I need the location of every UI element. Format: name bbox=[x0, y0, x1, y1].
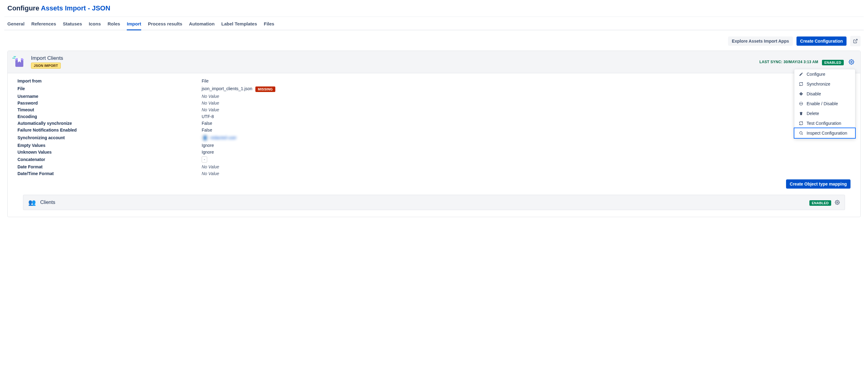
label-file: File bbox=[18, 86, 202, 91]
row-password: Password No Value bbox=[18, 100, 850, 106]
label-auto-sync: Automatically synchronize bbox=[18, 121, 202, 126]
menu-label: Disable bbox=[807, 92, 821, 96]
value-file: json_import_clients_1.json MISSING bbox=[202, 85, 275, 92]
panel-title-block: Import Clients JSON IMPORT bbox=[31, 55, 63, 69]
label-timeout: Timeout bbox=[18, 107, 202, 112]
menu-label: Test Configuration bbox=[807, 121, 841, 126]
import-type-badge: JSON IMPORT bbox=[31, 63, 61, 69]
page-title: Configure Assets Import - JSON bbox=[7, 4, 861, 12]
svg-point-6 bbox=[851, 61, 852, 63]
panel-gear-button[interactable] bbox=[847, 58, 856, 66]
menu-item-test-configuration[interactable]: Test Configuration bbox=[794, 118, 855, 128]
value-import-from: File bbox=[202, 78, 209, 83]
row-sync-account: Synchronizing account 👤 redacted user bbox=[18, 133, 850, 142]
menu-item-disable[interactable]: Disable bbox=[794, 89, 855, 99]
more-horizontal-icon bbox=[799, 101, 804, 106]
actions-row: Explore Assets Import Apps Create Config… bbox=[4, 30, 864, 50]
label-datetime-format: Date/Time Format bbox=[18, 171, 202, 176]
tab-automation[interactable]: Automation bbox=[189, 17, 215, 30]
menu-item-synchronize[interactable]: Synchronize bbox=[794, 79, 855, 89]
menu-label: Delete bbox=[807, 111, 819, 116]
trash-icon bbox=[799, 111, 804, 116]
value-empty-values: Ignore bbox=[202, 143, 214, 148]
menu-item-delete[interactable]: Delete bbox=[794, 109, 855, 118]
concatenator-box: - bbox=[202, 156, 207, 163]
tab-process-results[interactable]: Process results bbox=[148, 17, 182, 30]
value-timeout: No Value bbox=[202, 107, 219, 112]
menu-label: Synchronize bbox=[807, 81, 830, 86]
row-file: File json_import_clients_1.json MISSING bbox=[18, 84, 850, 93]
sub-panel-title: Clients bbox=[40, 200, 55, 205]
row-encoding: Encoding UTF-8 bbox=[18, 113, 850, 120]
tab-files[interactable]: Files bbox=[264, 17, 274, 30]
value-failure-notif: False bbox=[202, 128, 212, 133]
value-datetime-format: No Value bbox=[202, 171, 219, 176]
status-badge: ENABLED bbox=[822, 60, 844, 65]
label-empty-values: Empty Values bbox=[18, 143, 202, 148]
row-timeout: Timeout No Value bbox=[18, 106, 850, 113]
row-failure-notif: Failure Notifications Enabled False bbox=[18, 127, 850, 133]
label-date-format: Date Format bbox=[18, 164, 202, 169]
title-link[interactable]: Assets Import - JSON bbox=[41, 4, 110, 12]
tab-references[interactable]: References bbox=[31, 17, 56, 30]
gear-dropdown-menu: Configure Synchronize Disa bbox=[794, 69, 856, 138]
menu-item-enable-disable[interactable]: Enable / Disable bbox=[794, 99, 855, 109]
external-link-button[interactable] bbox=[850, 36, 861, 46]
label-import-from: Import from bbox=[18, 78, 202, 83]
create-configuration-button[interactable]: Create Configuration bbox=[797, 36, 846, 46]
create-object-type-mapping-button[interactable]: Create Object type mapping bbox=[786, 179, 850, 188]
panel-header-right: LAST SYNC: 30/MAY/24 3:13 AM ENABLED Con… bbox=[760, 58, 856, 66]
tab-statuses[interactable]: Statuses bbox=[63, 17, 82, 30]
import-config-panel: Import Clients JSON IMPORT LAST SYNC: 30… bbox=[7, 50, 861, 217]
svg-point-10 bbox=[802, 103, 802, 104]
svg-rect-4 bbox=[12, 58, 16, 59]
row-empty-values: Empty Values Ignore bbox=[18, 142, 850, 149]
svg-point-13 bbox=[837, 202, 838, 203]
warning-icon bbox=[799, 92, 804, 96]
page-title-row: Configure Assets Import - JSON bbox=[4, 2, 864, 17]
menu-item-inspect-configuration[interactable]: Inspect Configuration bbox=[794, 128, 856, 139]
panel-title: Import Clients bbox=[31, 55, 63, 61]
menu-label: Enable / Disable bbox=[807, 101, 838, 106]
row-username: Username No Value bbox=[18, 93, 850, 100]
tab-general[interactable]: General bbox=[7, 17, 25, 30]
clients-avatar-icon: 👥 bbox=[28, 199, 36, 206]
gear-icon bbox=[835, 200, 840, 205]
label-sync-account: Synchronizing account bbox=[18, 135, 202, 140]
tab-icons[interactable]: Icons bbox=[89, 17, 101, 30]
panel-body: Import from File File json_import_client… bbox=[8, 73, 860, 217]
sub-panel-gear-button[interactable] bbox=[835, 200, 840, 205]
value-auto-sync: False bbox=[202, 121, 212, 126]
row-unknown-values: Unknown Values Ignore bbox=[18, 149, 850, 155]
tab-roles[interactable]: Roles bbox=[107, 17, 120, 30]
row-datetime-format: Date/Time Format No Value bbox=[18, 170, 850, 177]
tab-import[interactable]: Import bbox=[127, 17, 141, 30]
svg-line-0 bbox=[855, 39, 857, 41]
menu-item-configure[interactable]: Configure bbox=[794, 69, 855, 79]
menu-label: Inspect Configuration bbox=[807, 131, 847, 136]
gear-icon bbox=[849, 59, 854, 65]
sync-icon bbox=[799, 81, 804, 86]
import-box-icon bbox=[12, 55, 27, 69]
file-name: json_import_clients_1.json bbox=[202, 86, 252, 91]
last-sync-label: LAST SYNC: 30/MAY/24 3:13 AM bbox=[760, 60, 818, 64]
svg-point-8 bbox=[800, 103, 801, 104]
search-icon bbox=[799, 131, 804, 136]
sync-account-name: redacted user bbox=[210, 135, 237, 140]
value-date-format: No Value bbox=[202, 164, 219, 169]
object-type-sub-panel[interactable]: 👥 Clients ENABLED bbox=[23, 195, 845, 210]
tab-label-templates[interactable]: Label Templates bbox=[221, 17, 257, 30]
value-password: No Value bbox=[202, 101, 219, 105]
explore-apps-button[interactable]: Explore Assets Import Apps bbox=[728, 36, 793, 46]
row-concatenator: Concatenator - bbox=[18, 155, 850, 164]
tabs-row: General References Statuses Icons Roles … bbox=[4, 17, 864, 30]
label-password: Password bbox=[18, 101, 202, 105]
label-encoding: Encoding bbox=[18, 114, 202, 119]
value-sync-account: 👤 redacted user bbox=[202, 134, 237, 141]
avatar-icon: 👤 bbox=[202, 134, 208, 141]
value-username: No Value bbox=[202, 94, 219, 99]
row-date-format: Date Format No Value bbox=[18, 164, 850, 170]
svg-line-12 bbox=[802, 134, 803, 135]
label-failure-notif: Failure Notifications Enabled bbox=[18, 128, 202, 133]
label-concatenator: Concatenator bbox=[18, 157, 202, 162]
